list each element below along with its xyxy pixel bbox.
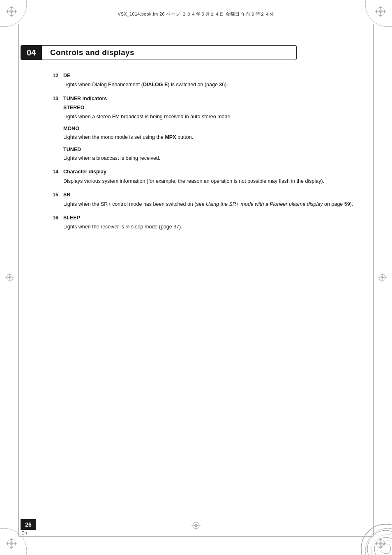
subsection-tuned: TUNED Lights when a broadcast is being r… [63,146,359,163]
chapter-number: 04 [21,45,42,60]
section-16: 16 SLEEP Lights when the receiver is in … [53,214,359,231]
border-right [373,24,374,537]
subsection-mono: MONO Lights when the mono mode is set us… [63,125,359,142]
section-13-header: 13 TUNER indicators [53,95,359,103]
section-12-number: 12 [53,72,61,80]
bottom-center-mark [191,520,201,530]
corner-mark-br [374,537,387,550]
subsection-mono-title: MONO [63,125,359,133]
subsection-stereo-body: Lights when a stereo FM broadcast is bei… [63,113,359,121]
section-13: 13 TUNER indicators STEREO Lights when a… [53,95,359,163]
chapter-title: Controls and displays [50,48,134,57]
corner-mark-tr [374,5,387,18]
page-number: 26 [21,519,36,530]
page-footer: 26 En [21,519,36,535]
corner-mark-bl [5,537,18,550]
section-16-title: SLEEP [63,214,80,222]
section-12-header: 12 DE [53,72,359,80]
section-12-body: Lights when Dialog Enhancement (DIALOG E… [63,81,359,89]
section-12-title: DE [63,72,70,80]
subsection-tuned-body: Lights when a broadcast is being receive… [63,154,359,162]
section-12: 12 DE Lights when Dialog Enhancement (DI… [53,72,359,89]
subsection-stereo: STEREO Lights when a stereo FM broadcast… [63,104,359,121]
section-14-body: Displays various system information (for… [63,177,359,185]
section-15-number: 15 [53,191,61,199]
section-15-body: Lights when the SR+ control mode has bee… [63,200,359,208]
sr-italic: Using the SR+ mode with a Pioneer plasma… [206,201,323,207]
section-16-header: 16 SLEEP [53,214,359,222]
subsection-mono-body: Lights when the mono mode is set using t… [63,134,359,141]
section-14-header: 14 Character display [53,168,359,176]
subsection-tuned-title: TUNED [63,146,359,154]
section-14-title: Character display [63,168,106,176]
section-15-title: SR [63,191,70,199]
section-16-body: Lights when the receiver is in sleep mod… [63,223,359,231]
page-lang: En [21,530,27,535]
side-mark-left [5,273,15,283]
chapter-tab: 04 Controls and displays [21,45,297,60]
side-mark-right [377,273,387,283]
section-13-number: 13 [53,95,61,103]
border-left [18,24,19,537]
chapter-title-box: Controls and displays [42,45,297,60]
section-16-number: 16 [53,214,61,222]
border-bottom [18,536,374,537]
subsection-stereo-title: STEREO [63,104,359,112]
section-13-title: TUNER indicators [63,95,107,103]
file-info-bar: VSX_1014.book.fm 26 ページ ２０４年５月１４日 金曜日 午前… [118,12,274,17]
mpx-bold: MPX [165,134,176,140]
page: VSX_1014.book.fm 26 ページ ２０４年５月１４日 金曜日 午前… [0,0,392,555]
section-15: 15 SR Lights when the SR+ control mode h… [53,191,359,208]
content-area: 12 DE Lights when Dialog Enhancement (DI… [53,72,359,237]
section-12-bold: DIALOG E [143,82,168,88]
section-14-number: 14 [53,168,61,176]
corner-mark-tl [5,5,18,18]
section-15-header: 15 SR [53,191,359,199]
file-info-text: VSX_1014.book.fm 26 ページ ２０４年５月１４日 金曜日 午前… [118,12,274,16]
border-top [18,24,374,24]
section-14: 14 Character display Displays various sy… [53,168,359,185]
